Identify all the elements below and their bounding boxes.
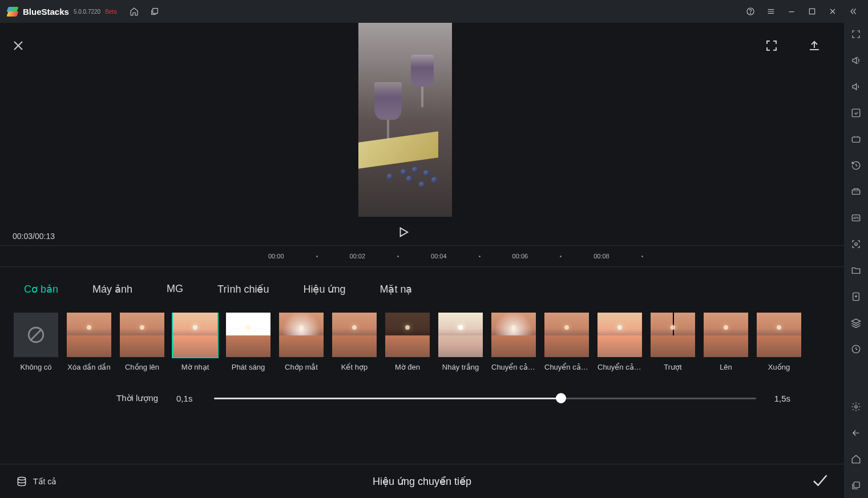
minimize-icon[interactable] [784,3,800,19]
transition-thumb [385,313,430,357]
help-icon[interactable] [742,3,758,19]
export-icon[interactable] [808,39,821,55]
volume-icon[interactable] [849,80,863,94]
transition-panel: Cơ bảnMáy ảnhMGTrình chiếuHiệu ứngMặt nạ… [0,267,844,464]
transition-label: Chớp mắt [279,363,324,371]
clock-icon[interactable] [849,342,863,356]
app-name: BlueStacks [23,7,69,17]
tick-label: 00:02 [350,253,366,260]
transition-label: Mờ đen [385,363,430,371]
transition-label: Chuyển cản.. [491,363,536,371]
transition-item-14[interactable]: Xuống [757,313,801,371]
install-icon[interactable] [849,290,863,303]
transition-item-8[interactable]: Nháy trắng [438,313,483,371]
beta-label: Beta [105,9,117,15]
transition-item-7[interactable]: Mờ đen [385,313,430,371]
apply-all-label: Tất cả [33,477,56,486]
transition-item-10[interactable]: Chuyển cản.. [544,313,589,371]
tick-label: 00:04 [431,253,447,260]
fullscreen-icon[interactable] [765,39,778,55]
transition-item-12[interactable]: Trượt [651,313,695,371]
transition-thumb [757,313,801,357]
tabs-icon[interactable] [147,3,163,19]
home-icon[interactable] [126,3,142,19]
transition-thumb [173,313,217,357]
transition-label: Xuống [757,363,801,371]
transition-label: Chuyển cản.. [597,363,642,371]
svg-rect-6 [852,109,860,117]
tab-5[interactable]: Mặt nạ [380,283,412,295]
preview-area: 00:03/00:13 [0,23,844,245]
apk-icon[interactable]: APK [849,211,863,225]
transition-item-5[interactable]: Chớp mắt [279,313,324,371]
svg-rect-3 [809,9,814,14]
bluestacks-logo-icon [7,6,18,17]
home-nav-icon[interactable] [849,452,863,466]
transition-thumb [597,313,642,357]
confirm-icon[interactable] [811,472,828,491]
close-window-icon[interactable] [825,3,841,19]
duration-slider[interactable] [214,398,756,399]
history-icon[interactable] [849,159,863,172]
tab-0[interactable]: Cơ bản [24,283,58,295]
lock-rotation-icon[interactable] [849,106,863,120]
settings-icon[interactable] [849,400,863,414]
layers-icon[interactable] [849,316,863,330]
transition-label: Mờ nhạt [173,363,217,371]
fullscreen-rail-icon[interactable] [849,27,863,41]
transition-item-6[interactable]: Kết hợp [332,313,377,371]
tab-2[interactable]: MG [167,283,183,295]
transition-thumb [332,313,377,357]
transition-item-13[interactable]: Lên [704,313,748,371]
transition-label: Chồng lên [120,363,164,371]
timeline-ruler[interactable]: 00:00 00:02 00:04 00:06 00:08 [0,245,844,267]
apply-all-button[interactable]: Tất cả [16,476,56,487]
transition-label: Chuyển cản.. [544,363,589,371]
recents-icon[interactable] [849,479,863,492]
transition-thumb [14,313,58,357]
play-icon[interactable] [397,226,410,241]
record-icon[interactable] [849,132,863,146]
volume-up-icon[interactable] [849,54,863,67]
transition-item-11[interactable]: Chuyển cản.. [597,313,642,371]
transition-thumb [226,313,271,357]
transition-item-1[interactable]: Xóa dần dần [67,313,111,371]
tab-3[interactable]: Trình chiếu [217,283,269,295]
collapse-sidebar-icon[interactable] [845,3,861,19]
svg-point-5 [18,477,25,480]
transition-item-3[interactable]: Mờ nhạt [173,313,217,371]
svg-rect-7 [852,137,860,142]
svg-rect-0 [152,9,158,14]
duration-label: Thời lượng [116,393,158,403]
tab-1[interactable]: Máy ảnh [92,283,132,295]
slider-thumb[interactable] [556,393,566,403]
macro-icon[interactable] [849,185,863,199]
tick-label: 00:08 [594,253,609,260]
maximize-icon[interactable] [804,3,820,19]
transition-item-9[interactable]: Chuyển cản.. [491,313,536,371]
transition-item-0[interactable]: Không có [14,313,58,371]
transition-label: Nháy trắng [438,363,483,371]
tick-label: 00:06 [512,253,528,260]
menu-icon[interactable] [763,3,779,19]
transition-item-2[interactable]: Chồng lên [120,313,164,371]
transition-thumb [651,313,695,357]
title-bar: BlueStacks 5.0.0.7220 Beta [0,0,868,23]
back-icon[interactable] [849,426,863,440]
transition-item-4[interactable]: Phát sáng [226,313,271,371]
video-preview [358,23,452,217]
transition-thumb [438,313,483,357]
panel-title: Hiệu ứng chuyển tiếp [373,475,471,488]
tab-4[interactable]: Hiệu ứng [303,283,345,295]
transition-label: Lên [704,363,748,371]
media-folder-icon[interactable] [849,264,863,277]
duration-max: 1,5s [774,394,790,403]
transition-list: Không cóXóa dần dầnChồng lênMờ nhạtPhát … [14,313,830,371]
svg-text:APK: APK [853,216,859,220]
footer: Tất cả Hiệu ứng chuyển tiếp [0,464,844,498]
transition-label: Trượt [651,363,695,371]
screenshot-icon[interactable] [849,237,863,251]
transition-label: Xóa dần dần [67,363,111,371]
svg-point-14 [855,406,858,408]
close-icon[interactable] [11,39,25,55]
